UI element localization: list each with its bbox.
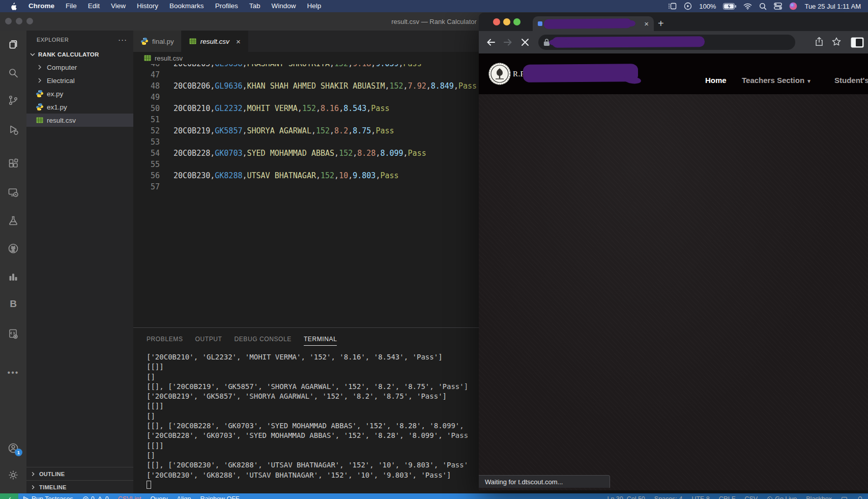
battery-icon bbox=[723, 3, 736, 10]
panel-tab-problems[interactable]: PROBLEMS bbox=[140, 328, 189, 350]
window-title: result.csv — Rank Calculator bbox=[391, 18, 477, 25]
back-icon[interactable] bbox=[485, 36, 497, 48]
project-root[interactable]: RANK CALCULATOR bbox=[26, 48, 133, 61]
play-status-icon[interactable] bbox=[684, 2, 692, 10]
run-testcases-button[interactable]: Run Testcases bbox=[23, 495, 73, 499]
account-icon[interactable]: 1 bbox=[7, 442, 19, 454]
panel-tab-debug-console[interactable]: DEBUG CONSOLE bbox=[228, 328, 298, 350]
eol-sequence[interactable]: CRLF bbox=[719, 495, 736, 499]
window-zoom-button[interactable] bbox=[26, 18, 33, 24]
nav-teachers-section[interactable]: Teachers Section▼ bbox=[742, 76, 812, 85]
browser-tab-strip: × + bbox=[479, 13, 868, 31]
tree-item-result-csv[interactable]: result.csv bbox=[26, 114, 133, 127]
blackbox-status[interactable]: Blackbox bbox=[806, 495, 832, 499]
control-center-icon[interactable] bbox=[774, 3, 782, 10]
menu-view[interactable]: View bbox=[105, 0, 131, 12]
tree-item-ex1-py[interactable]: ex1.py bbox=[26, 100, 133, 114]
tree-item-ex-py[interactable]: ex.py bbox=[26, 87, 133, 100]
more-actions-icon[interactable]: ••• bbox=[7, 368, 19, 380]
browser-minimize-button[interactable] bbox=[503, 18, 510, 25]
activity-bar: B ••• 1 bbox=[0, 31, 26, 493]
bookmark-star-icon[interactable] bbox=[831, 36, 843, 48]
apple-icon[interactable] bbox=[10, 2, 18, 11]
terminal-cursor bbox=[147, 481, 151, 489]
run-debug-icon[interactable] bbox=[7, 124, 19, 136]
github-icon[interactable] bbox=[7, 242, 19, 255]
indentation[interactable]: Spaces: 4 bbox=[654, 495, 683, 499]
stop-loading-icon[interactable] bbox=[519, 36, 531, 48]
browser-zoom-button[interactable] bbox=[513, 18, 520, 25]
menu-edit[interactable]: Edit bbox=[82, 0, 105, 12]
tab-close-icon[interactable]: × bbox=[644, 19, 649, 28]
browser-status-tooltip: Waiting for t.dtscout.com... bbox=[479, 475, 610, 488]
remote-explorer-icon[interactable] bbox=[7, 186, 19, 199]
notifications-bell-icon[interactable] bbox=[857, 496, 863, 499]
testing-beaker-icon[interactable] bbox=[7, 214, 19, 227]
timeline-section[interactable]: TIMELINE bbox=[26, 480, 133, 493]
outline-section[interactable]: OUTLINE bbox=[26, 467, 133, 480]
menu-history[interactable]: History bbox=[131, 0, 164, 12]
source-control-icon[interactable] bbox=[7, 94, 19, 106]
cursor-position[interactable]: Ln 30, Col 50 bbox=[607, 495, 645, 499]
menu-window[interactable]: Window bbox=[266, 0, 301, 12]
editor-tab-result-csv[interactable]: result.csv× bbox=[182, 31, 248, 52]
nav-students-section[interactable]: Student's Se bbox=[834, 76, 868, 85]
redaction-tab-title bbox=[544, 18, 631, 29]
tree-item-Electrical[interactable]: Electrical bbox=[26, 74, 133, 87]
csv-icon bbox=[143, 54, 152, 62]
window-minimize-button[interactable] bbox=[16, 18, 22, 24]
address-bar[interactable] bbox=[538, 35, 795, 50]
search-icon[interactable] bbox=[7, 67, 19, 79]
csvlint-status[interactable]: CSVLint bbox=[118, 495, 141, 499]
menu-clock[interactable]: Tue 25 Jul 1:11 AM bbox=[804, 3, 861, 10]
bookmarks-b-icon[interactable]: B bbox=[7, 298, 19, 311]
new-tab-button[interactable]: + bbox=[658, 17, 664, 30]
sidebar-toggle-icon[interactable] bbox=[851, 37, 863, 49]
close-icon[interactable]: × bbox=[236, 37, 241, 46]
browser-close-button[interactable] bbox=[493, 18, 500, 25]
python-icon bbox=[36, 90, 44, 98]
redaction-url bbox=[552, 36, 705, 48]
panel-tab-output[interactable]: OUTPUT bbox=[189, 328, 228, 350]
window-close-button[interactable] bbox=[5, 18, 12, 24]
browser-toolbar bbox=[479, 31, 868, 53]
browser-tab[interactable]: × bbox=[533, 16, 654, 31]
tree-item-Computer[interactable]: Computer bbox=[26, 61, 133, 74]
problems-summary[interactable]: 00 bbox=[82, 495, 109, 499]
explorer-more-icon[interactable]: ··· bbox=[118, 35, 127, 44]
feedback-icon[interactable] bbox=[841, 496, 848, 499]
menu-chrome[interactable]: Chrome bbox=[23, 0, 60, 12]
menu-help[interactable]: Help bbox=[301, 0, 327, 12]
editor-tab-final-py[interactable]: final.py bbox=[133, 31, 182, 52]
forward-icon[interactable] bbox=[502, 36, 514, 48]
webpage: R.P. UNIT, Home Teachers Section▼ Studen… bbox=[479, 53, 868, 490]
query-status[interactable]: Query bbox=[151, 495, 168, 499]
chart-icon[interactable] bbox=[7, 271, 19, 283]
settings-gear-icon[interactable] bbox=[7, 469, 19, 481]
siri-icon[interactable] bbox=[789, 2, 797, 10]
menu-profiles[interactable]: Profiles bbox=[210, 0, 244, 12]
chevron-right-icon bbox=[30, 484, 37, 491]
extensions-icon[interactable] bbox=[7, 158, 19, 170]
csv-icon bbox=[143, 54, 152, 62]
stage-manager-icon[interactable] bbox=[668, 3, 677, 10]
nav-home[interactable]: Home bbox=[705, 76, 727, 85]
go-live-button[interactable]: Go Live bbox=[767, 495, 797, 499]
wifi-icon[interactable] bbox=[743, 3, 752, 10]
menu-tab[interactable]: Tab bbox=[244, 0, 266, 12]
remote-indicator[interactable]: ✓ bbox=[0, 493, 18, 499]
code-runner-icon[interactable] bbox=[7, 328, 19, 340]
share-icon[interactable] bbox=[814, 36, 826, 48]
encoding[interactable]: UTF-8 bbox=[691, 495, 709, 499]
explorer-icon[interactable] bbox=[7, 38, 19, 50]
python-icon bbox=[140, 37, 149, 45]
site-header: R.P. UNIT, Home Teachers Section▼ Studen… bbox=[479, 53, 868, 94]
menu-bookmarks[interactable]: Bookmarks bbox=[164, 0, 210, 12]
menu-file[interactable]: File bbox=[60, 0, 82, 12]
align-status[interactable]: Align bbox=[177, 495, 191, 499]
rainbow-status[interactable]: Rainbow OFF bbox=[200, 495, 239, 499]
spotlight-search-icon[interactable] bbox=[759, 3, 767, 10]
language-mode[interactable]: CSV bbox=[744, 495, 758, 499]
panel-tab-terminal[interactable]: TERMINAL bbox=[298, 328, 343, 350]
macos-menu-bar: ChromeFileEditViewHistoryBookmarksProfil… bbox=[0, 0, 868, 12]
